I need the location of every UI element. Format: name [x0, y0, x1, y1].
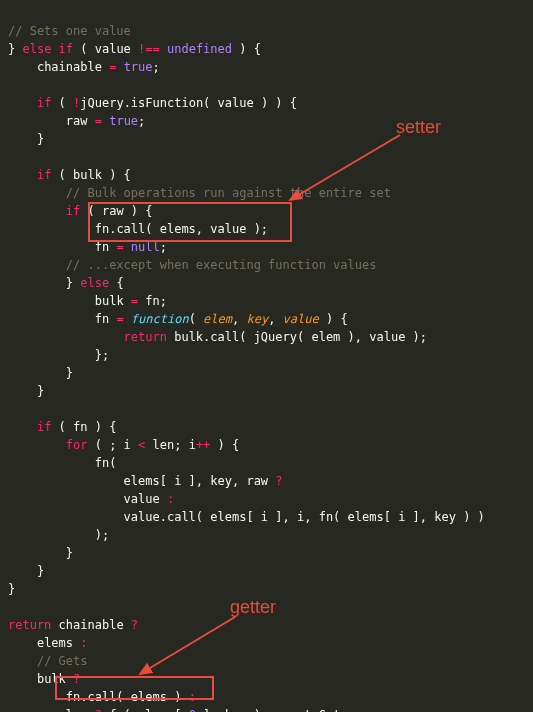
keyword-return: return	[124, 330, 167, 344]
ident-bulk: bulk	[95, 294, 124, 308]
brace-close: }	[8, 582, 15, 596]
comment-line: // ...except when executing function val…	[66, 258, 377, 272]
literal-true: true	[109, 114, 138, 128]
ident-value: value	[95, 42, 131, 56]
op-colon: :	[167, 492, 174, 506]
brace-close: }	[66, 366, 73, 380]
brace-close: }	[37, 564, 44, 578]
ident-fn: fn	[95, 240, 109, 254]
op-ternary: ?	[131, 618, 138, 632]
arg-value: value	[124, 492, 167, 506]
op-neq: !==	[138, 42, 160, 56]
ident-len: len	[66, 708, 95, 712]
literal-null: null	[131, 240, 160, 254]
call-isfunction: jQuery.isFunction( value ) ) {	[80, 96, 297, 110]
keyword-if: if	[37, 168, 51, 182]
call-fn: fn(	[95, 456, 117, 470]
keyword-else: else	[80, 276, 109, 290]
call-fn-rest: ], key )	[196, 708, 268, 712]
brace: }	[8, 42, 22, 56]
literal-undefined: undefined	[167, 42, 232, 56]
keyword-function: function	[131, 312, 189, 326]
cond-fn: ( fn ) {	[59, 420, 117, 434]
op-colon: :	[80, 636, 87, 650]
brace-close: };	[95, 348, 109, 362]
ident-bulk: bulk	[37, 672, 73, 686]
op-assign: =	[116, 312, 123, 326]
arg-elems: elems[ i ], key, raw	[124, 474, 276, 488]
op-colon: :	[189, 690, 196, 704]
keyword-return: return	[8, 618, 51, 632]
op-assign: =	[116, 240, 123, 254]
code-block: // Sets one value } else if ( value !== …	[0, 0, 533, 712]
op-ternary: ?	[95, 708, 102, 712]
comment-line: // Gets	[37, 654, 88, 668]
comment-line: // Sets one value	[8, 24, 131, 38]
keyword-if: if	[37, 96, 51, 110]
call-fncall: fn.call( elems, value );	[95, 222, 268, 236]
call-fncall-getter: fn.call( elems )	[66, 690, 189, 704]
call-fn: fn( elems[	[102, 708, 189, 712]
ident-chainable: chainable	[37, 60, 102, 74]
cond-bulk: ( bulk ) {	[59, 168, 131, 182]
brace-close: }	[37, 384, 44, 398]
for-cond: ) {	[210, 438, 239, 452]
op-ternary: ?	[73, 672, 80, 686]
param-value: value	[283, 312, 319, 326]
ident-fn: fn	[95, 312, 109, 326]
op-inc: ++	[196, 438, 210, 452]
for-cond: len; i	[145, 438, 196, 452]
comment-line: // Bulk operations run against the entir…	[66, 186, 391, 200]
keyword-elseif: else if	[22, 42, 73, 56]
literal-zero: 0	[189, 708, 196, 712]
brace-close: }	[66, 546, 73, 560]
call-valuecall: value.call( elems[ i ], i, fn( elems[ i …	[124, 510, 485, 524]
op-assign: =	[95, 114, 102, 128]
for-cond: ( ; i	[87, 438, 138, 452]
op-assign: =	[109, 60, 116, 74]
param-elem: elem	[203, 312, 232, 326]
keyword-if: if	[37, 420, 51, 434]
cond-raw: ( raw ) {	[87, 204, 152, 218]
ident-elems: elems	[37, 636, 80, 650]
paren-close: );	[95, 528, 109, 542]
call-bulkcall: bulk.call( jQuery( elem ), value );	[167, 330, 427, 344]
ident-chainable: chainable	[51, 618, 130, 632]
literal-true: true	[124, 60, 153, 74]
ident-emptyget: emptyGet;	[275, 708, 347, 712]
param-key: key	[246, 312, 268, 326]
brace-open: {	[109, 276, 123, 290]
op-ternary: ?	[275, 474, 282, 488]
ident-fn: fn;	[145, 294, 167, 308]
keyword-if: if	[66, 204, 80, 218]
brace-close: }	[37, 132, 44, 146]
ident-raw: raw	[66, 114, 88, 128]
keyword-for: for	[66, 438, 88, 452]
op-assign: =	[131, 294, 138, 308]
